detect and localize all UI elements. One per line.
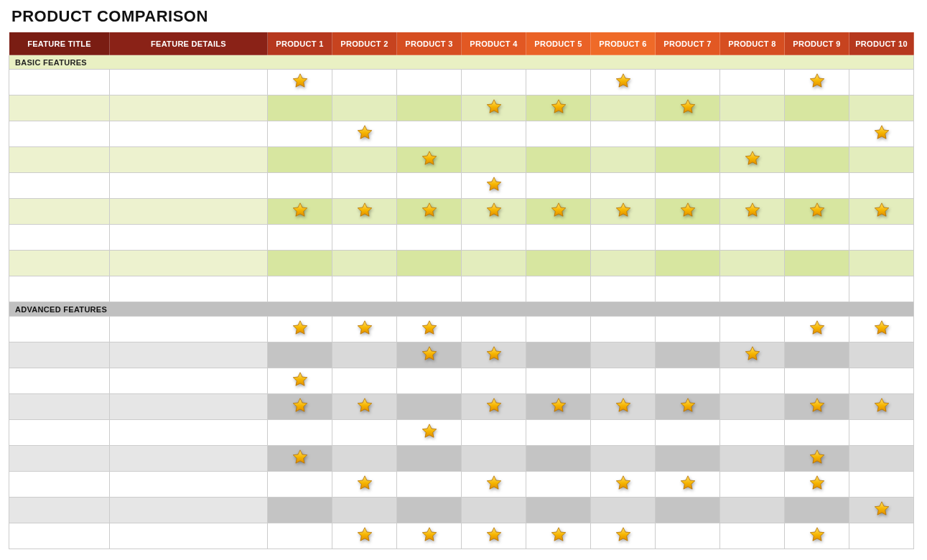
product-cell bbox=[332, 394, 397, 420]
star-icon bbox=[356, 526, 373, 543]
star-icon bbox=[292, 371, 309, 388]
product-cell bbox=[462, 199, 526, 225]
star-icon bbox=[679, 397, 697, 414]
table-row bbox=[9, 523, 914, 549]
feature-details-cell bbox=[110, 251, 268, 276]
product-cell bbox=[785, 276, 849, 302]
table-row bbox=[9, 173, 914, 199]
product-cell bbox=[397, 368, 462, 394]
col-product-3: PRODUCT 3 bbox=[397, 32, 462, 55]
product-cell bbox=[526, 394, 591, 420]
product-cell bbox=[332, 95, 397, 121]
star-icon bbox=[356, 397, 373, 414]
product-cell bbox=[849, 225, 914, 251]
product-cell bbox=[397, 394, 462, 420]
star-icon bbox=[615, 475, 632, 492]
product-cell bbox=[849, 317, 914, 342]
product-cell bbox=[332, 276, 397, 302]
product-cell bbox=[526, 173, 591, 199]
table-row bbox=[9, 225, 914, 251]
feature-details-cell bbox=[110, 225, 268, 251]
col-product-9: PRODUCT 9 bbox=[785, 32, 849, 55]
product-cell bbox=[591, 472, 656, 498]
product-cell bbox=[526, 147, 591, 173]
table-row bbox=[9, 199, 914, 225]
comparison-table: FEATURE TITLE FEATURE DETAILS PRODUCT 1 … bbox=[9, 32, 914, 549]
product-cell bbox=[332, 446, 397, 472]
product-cell bbox=[591, 420, 656, 446]
product-cell bbox=[526, 95, 591, 121]
product-cell bbox=[462, 420, 526, 446]
product-cell bbox=[720, 251, 785, 276]
star-icon bbox=[485, 176, 503, 193]
star-icon bbox=[421, 345, 438, 363]
product-cell bbox=[656, 147, 720, 173]
feature-details-cell bbox=[110, 147, 268, 173]
star-icon bbox=[550, 397, 567, 414]
star-icon bbox=[873, 202, 890, 219]
star-icon bbox=[873, 397, 890, 414]
star-icon bbox=[809, 397, 826, 414]
feature-details-cell bbox=[110, 173, 268, 199]
product-cell bbox=[656, 472, 720, 498]
product-cell bbox=[720, 342, 785, 368]
star-icon bbox=[615, 202, 632, 219]
product-cell bbox=[526, 225, 591, 251]
product-cell bbox=[656, 276, 720, 302]
product-cell bbox=[462, 394, 526, 420]
product-cell bbox=[785, 472, 849, 498]
product-cell bbox=[397, 147, 462, 173]
feature-details-cell bbox=[110, 394, 268, 420]
col-product-6: PRODUCT 6 bbox=[591, 32, 656, 55]
product-cell bbox=[591, 342, 656, 368]
star-icon bbox=[421, 319, 438, 337]
table-row bbox=[9, 70, 914, 95]
product-cell bbox=[785, 523, 849, 549]
feature-title-cell bbox=[9, 173, 110, 199]
product-cell bbox=[462, 498, 526, 523]
star-icon bbox=[679, 202, 697, 219]
col-product-1: PRODUCT 1 bbox=[268, 32, 332, 55]
star-icon bbox=[873, 319, 890, 337]
product-cell bbox=[849, 276, 914, 302]
product-cell bbox=[462, 317, 526, 342]
star-icon bbox=[485, 475, 503, 492]
star-icon bbox=[809, 526, 826, 543]
product-cell bbox=[462, 523, 526, 549]
col-product-8: PRODUCT 8 bbox=[720, 32, 785, 55]
star-icon bbox=[873, 124, 890, 141]
product-cell bbox=[720, 199, 785, 225]
star-icon bbox=[615, 397, 632, 414]
star-icon bbox=[550, 98, 567, 116]
product-cell bbox=[656, 121, 720, 147]
star-icon bbox=[292, 73, 309, 90]
product-cell bbox=[720, 420, 785, 446]
feature-title-cell bbox=[9, 523, 110, 549]
star-icon bbox=[292, 202, 309, 219]
product-cell bbox=[462, 472, 526, 498]
star-icon bbox=[356, 202, 373, 219]
product-cell bbox=[591, 70, 656, 95]
feature-details-cell bbox=[110, 121, 268, 147]
col-feature-details: FEATURE DETAILS bbox=[110, 32, 268, 55]
product-cell bbox=[656, 523, 720, 549]
product-cell bbox=[332, 523, 397, 549]
product-cell bbox=[526, 420, 591, 446]
feature-title-cell bbox=[9, 225, 110, 251]
product-cell bbox=[656, 394, 720, 420]
product-cell bbox=[785, 173, 849, 199]
table-row bbox=[9, 498, 914, 523]
feature-title-cell bbox=[9, 498, 110, 523]
star-icon bbox=[421, 202, 438, 219]
product-cell bbox=[397, 342, 462, 368]
star-icon bbox=[809, 449, 826, 466]
product-cell bbox=[268, 420, 332, 446]
product-cell bbox=[849, 446, 914, 472]
product-cell bbox=[849, 121, 914, 147]
product-cell bbox=[785, 225, 849, 251]
product-cell bbox=[785, 498, 849, 523]
product-cell bbox=[849, 394, 914, 420]
product-cell bbox=[462, 368, 526, 394]
feature-title-cell bbox=[9, 317, 110, 342]
product-cell bbox=[849, 368, 914, 394]
